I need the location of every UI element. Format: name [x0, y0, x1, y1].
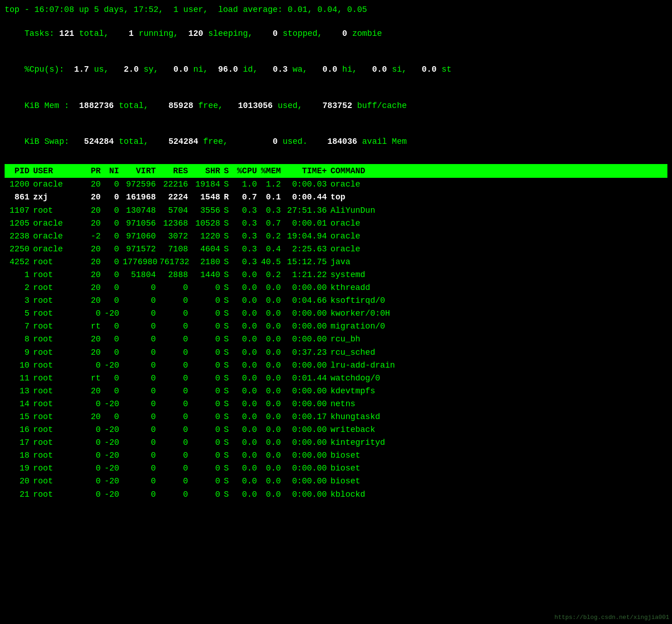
table-row: 1 root 20 0 51804 2888 1440 S 0.0 0.2 1:…: [5, 268, 667, 281]
cell-ni: 0: [104, 372, 123, 384]
cell-s: S: [224, 204, 234, 216]
cell-time: 0:00.00: [285, 385, 330, 397]
table-row: 18 root 0 -20 0 0 0 S 0.0 0.0 0:00.00 bi…: [5, 449, 667, 462]
cell-mem: 0.0: [261, 333, 285, 345]
cell-virt: 0: [123, 359, 159, 371]
tasks-zombie: 0: [342, 29, 347, 38]
cell-time: 0:00.00: [285, 437, 330, 448]
cell-time: 0:00.44: [285, 191, 330, 203]
cell-pid: 13: [6, 385, 33, 397]
cell-s: S: [224, 411, 234, 423]
cell-ni: 0: [104, 411, 123, 423]
cell-time: 0:00.03: [285, 178, 330, 190]
cell-cpu: 0.0: [234, 295, 261, 306]
cell-virt: 971572: [123, 243, 159, 255]
cell-res: 0: [159, 320, 192, 332]
cell-shr: 0: [192, 449, 224, 461]
cell-res: 2888: [159, 269, 192, 281]
cell-mem: 0.0: [261, 295, 285, 306]
cell-pr: rt: [84, 372, 104, 384]
cell-shr: 4604: [192, 243, 224, 255]
cell-res: 2224: [159, 191, 192, 203]
cell-virt: 0: [123, 475, 159, 487]
cell-cmd: khungtaskd: [330, 411, 666, 423]
cell-virt: 51804: [123, 269, 159, 281]
cell-cmd: oracle: [330, 217, 666, 229]
cell-s: S: [224, 333, 234, 345]
cell-ni: 0: [104, 243, 123, 255]
cell-cpu: 0.3: [234, 243, 261, 255]
cell-pid: 15: [6, 411, 33, 423]
cell-res: 0: [159, 462, 192, 474]
cell-time: 0:04.66: [285, 295, 330, 306]
cell-res: 0: [159, 424, 192, 436]
cell-mem: 0.2: [261, 230, 285, 242]
cell-cmd: bioset: [330, 449, 666, 461]
cell-mem: 0.0: [261, 372, 285, 384]
cell-mem: 0.0: [261, 307, 285, 319]
cell-time: 27:51.36: [285, 204, 330, 216]
cell-cpu: 0.0: [234, 488, 261, 500]
cell-pid: 16: [6, 424, 33, 436]
header-ni: NI: [104, 165, 123, 177]
cell-cpu: 0.0: [234, 269, 261, 281]
cell-res: 5704: [159, 204, 192, 216]
cell-pr: 0: [84, 424, 104, 436]
table-row: 2 root 20 0 0 0 0 S 0.0 0.0 0:00.00 kthr…: [5, 281, 667, 294]
cell-pid: 1200: [6, 178, 33, 190]
cell-ni: 0: [104, 217, 123, 229]
cell-shr: 0: [192, 320, 224, 332]
cell-pr: 0: [84, 437, 104, 448]
cell-cmd: java: [330, 256, 666, 268]
cell-cmd: writeback: [330, 424, 666, 436]
header-pr: PR: [84, 165, 104, 177]
cell-cmd: systemd: [330, 269, 666, 281]
table-row: 8 root 20 0 0 0 0 S 0.0 0.0 0:00.00 rcu_…: [5, 333, 667, 346]
cell-s: S: [224, 256, 234, 268]
cell-s: S: [224, 243, 234, 255]
cell-shr: 0: [192, 282, 224, 294]
cell-mem: 0.0: [261, 475, 285, 487]
cell-cmd: rcu_sched: [330, 346, 666, 358]
cell-mem: 0.0: [261, 462, 285, 474]
header-line-3: %Cpu(s): 1.7 us, 2.0 sy, 0.0 ni, 96.0 id…: [5, 51, 667, 87]
cell-mem: 0.3: [261, 204, 285, 216]
cell-virt: 130748: [123, 204, 159, 216]
cell-user: root: [33, 385, 84, 397]
cell-mem: 0.4: [261, 243, 285, 255]
header-cpu: %CPU: [234, 165, 261, 177]
cell-res: 761732: [159, 256, 192, 268]
cell-virt: 0: [123, 333, 159, 345]
cell-time: 0:00.00: [285, 307, 330, 319]
cell-virt: 0: [123, 282, 159, 294]
cell-res: 0: [159, 449, 192, 461]
cell-virt: 0: [123, 320, 159, 332]
cell-cmd: oracle: [330, 230, 666, 242]
table-row: 4252 root 20 0 1776980 761732 2180 S 0.3…: [5, 255, 667, 268]
cell-time: 1:21.22: [285, 269, 330, 281]
cell-ni: 0: [104, 191, 123, 203]
cell-res: 7108: [159, 243, 192, 255]
cell-time: 0:01.44: [285, 372, 330, 384]
cell-time: 0:37.23: [285, 346, 330, 358]
cell-shr: 0: [192, 411, 224, 423]
cell-shr: 0: [192, 307, 224, 319]
table-row: 14 root 0 -20 0 0 0 S 0.0 0.0 0:00.00 ne…: [5, 397, 667, 410]
cell-pr: 20: [84, 385, 104, 397]
cell-pid: 1107: [6, 204, 33, 216]
cell-virt: 0: [123, 437, 159, 448]
cell-virt: 0: [123, 372, 159, 384]
header-time: TIME+: [285, 165, 330, 177]
cell-virt: 0: [123, 488, 159, 500]
cell-mem: 0.0: [261, 282, 285, 294]
cell-user: root: [33, 307, 84, 319]
process-rows-container: 1200 oracle 20 0 972596 22216 19184 S 1.…: [5, 178, 667, 500]
cell-pr: 20: [84, 204, 104, 216]
cell-ni: 0: [104, 346, 123, 358]
cell-s: S: [224, 230, 234, 242]
cell-cpu: 0.0: [234, 372, 261, 384]
cell-shr: 0: [192, 424, 224, 436]
cell-virt: 1776980: [123, 256, 159, 268]
table-row: 2250 oracle 20 0 971572 7108 4604 S 0.3 …: [5, 243, 667, 255]
cell-res: 0: [159, 372, 192, 384]
